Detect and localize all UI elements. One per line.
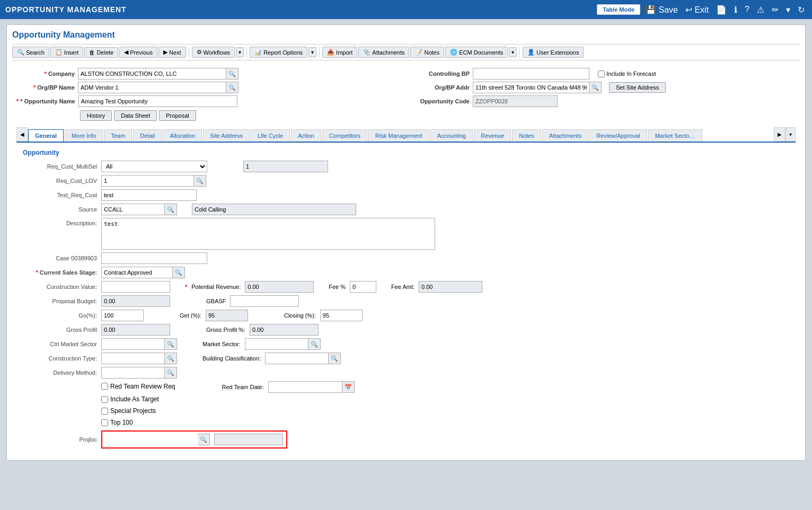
test-req-cust-input[interactable] bbox=[101, 189, 197, 201]
include-forecast-checkbox[interactable] bbox=[598, 71, 605, 77]
building-class-search-btn[interactable]: 🔍 bbox=[329, 353, 341, 364]
org-bp-name-group: 🔍 bbox=[78, 82, 239, 93]
delivery-method-search-btn[interactable]: 🔍 bbox=[165, 367, 177, 379]
tab-site-address[interactable]: Site Address bbox=[203, 129, 250, 142]
construction-type-input[interactable] bbox=[101, 353, 165, 364]
next-button[interactable]: ▶ Next bbox=[158, 47, 186, 58]
tab-revenue[interactable]: Revenue bbox=[474, 129, 511, 142]
notes-button[interactable]: 📝 Notes bbox=[410, 47, 444, 58]
ctrl-market-sector-input[interactable] bbox=[101, 338, 165, 350]
market-sector-row: Ctrl Market Sector 🔍 Market Sector: 🔍 bbox=[23, 338, 789, 350]
org-bp-addr-input[interactable] bbox=[473, 82, 589, 93]
attachments-button[interactable]: 📎 Attachments bbox=[358, 47, 409, 58]
refresh-icon[interactable]: ↻ bbox=[796, 4, 807, 16]
go-pct-input[interactable] bbox=[101, 310, 144, 321]
report-options-dropdown[interactable]: ▾ bbox=[308, 47, 316, 57]
projloc-search-btn[interactable]: 🔍 bbox=[198, 434, 210, 445]
company-input[interactable] bbox=[78, 68, 226, 80]
tab-accounting[interactable]: Accounting bbox=[430, 129, 473, 142]
history-button[interactable]: History bbox=[80, 110, 112, 121]
source-input[interactable] bbox=[101, 204, 165, 215]
help-icon[interactable]: ? bbox=[743, 4, 752, 15]
construction-type-search-btn[interactable]: 🔍 bbox=[165, 353, 177, 364]
report-options-button[interactable]: 📊 Report Options bbox=[250, 47, 307, 58]
red-team-review-checkbox[interactable] bbox=[101, 383, 108, 390]
insert-button[interactable]: 📋 Insert bbox=[50, 47, 84, 58]
red-team-review-label: Red Team Review Req bbox=[101, 383, 175, 390]
market-sector-search-btn[interactable]: 🔍 bbox=[308, 338, 321, 350]
red-team-date-input[interactable] bbox=[268, 381, 342, 393]
description-textarea[interactable]: test bbox=[101, 218, 435, 250]
set-site-address-button[interactable]: Set Site Address bbox=[609, 82, 666, 93]
dropdown-icon[interactable]: ▾ bbox=[784, 4, 792, 16]
previous-button[interactable]: ◀ Previous bbox=[119, 47, 157, 58]
data-sheet-button[interactable]: Data Sheet bbox=[114, 110, 157, 121]
special-projects-checkbox[interactable] bbox=[101, 408, 108, 415]
tabs-prev-btn[interactable]: ◀ bbox=[16, 127, 28, 142]
table-mode-button[interactable]: Table Mode bbox=[597, 4, 640, 15]
main-content: Opportunity Management 🔍 Search 📋 Insert… bbox=[0, 19, 812, 466]
market-sector-input[interactable] bbox=[245, 338, 308, 350]
top-100-checkbox[interactable] bbox=[101, 419, 108, 426]
sales-stage-search-btn[interactable]: 🔍 bbox=[173, 267, 185, 278]
tab-allocation[interactable]: Allocation bbox=[163, 129, 202, 142]
tab-detail[interactable]: Detail bbox=[133, 129, 162, 142]
opp-code-input bbox=[473, 95, 558, 107]
workflows-button[interactable]: ⚙ Workflows bbox=[192, 47, 235, 58]
org-bp-name-input[interactable] bbox=[78, 82, 226, 93]
gbasf-input[interactable] bbox=[230, 295, 299, 307]
print-icon[interactable]: 📄 bbox=[714, 4, 729, 16]
tab-team[interactable]: Team bbox=[104, 129, 132, 142]
tab-general[interactable]: General bbox=[28, 129, 64, 142]
company-search-btn[interactable]: 🔍 bbox=[226, 68, 239, 80]
tab-more-info[interactable]: More Info bbox=[65, 129, 103, 142]
delivery-method-input[interactable] bbox=[101, 367, 165, 379]
tab-notes[interactable]: Notes bbox=[512, 129, 541, 142]
alert-icon[interactable]: ⚠ bbox=[755, 4, 766, 16]
tab-market-sector[interactable]: Market Secto… bbox=[648, 129, 702, 142]
tabs-next-btn[interactable]: ▶ bbox=[774, 127, 785, 142]
tab-life-cycle[interactable]: Life Cycle bbox=[251, 129, 290, 142]
tab-action[interactable]: Action bbox=[291, 129, 321, 142]
fee-pct-input[interactable] bbox=[350, 281, 376, 293]
info-icon[interactable]: ℹ bbox=[732, 4, 739, 16]
search-button[interactable]: 🔍 Search bbox=[12, 47, 49, 58]
case-input[interactable] bbox=[101, 252, 207, 264]
ctrl-market-sector-search-btn[interactable]: 🔍 bbox=[165, 338, 177, 350]
exit-button[interactable]: ↩ Exit bbox=[683, 4, 711, 16]
opp-name-input[interactable] bbox=[78, 95, 237, 107]
source-row: Source 🔍 bbox=[23, 204, 789, 215]
org-bp-addr-search-btn[interactable]: 🔍 bbox=[589, 82, 602, 93]
tabs-dropdown-btn[interactable]: ▾ bbox=[785, 127, 796, 142]
org-bp-name-search-btn[interactable]: 🔍 bbox=[226, 82, 239, 93]
tab-risk-management[interactable]: Risk Management bbox=[368, 129, 429, 142]
potential-revenue-input[interactable] bbox=[245, 281, 314, 293]
building-class-input[interactable] bbox=[265, 353, 329, 364]
tab-attachments[interactable]: Attachments bbox=[542, 129, 588, 142]
closing-pct-label: Closing (%): bbox=[284, 312, 316, 319]
projloc-input[interactable] bbox=[105, 434, 196, 445]
req-cust-multisel-select[interactable]: All bbox=[101, 161, 207, 172]
construction-value-input[interactable] bbox=[101, 281, 170, 293]
req-cust-lov-search-btn[interactable]: 🔍 bbox=[194, 175, 206, 187]
tab-review-approval[interactable]: Review/Approval bbox=[589, 129, 647, 142]
source-search-btn[interactable]: 🔍 bbox=[165, 204, 177, 215]
req-cust-lov-group: 🔍 bbox=[101, 175, 206, 187]
sales-stage-input[interactable] bbox=[101, 267, 173, 278]
closing-pct-input[interactable] bbox=[320, 310, 363, 321]
workflows-dropdown[interactable]: ▾ bbox=[236, 47, 244, 57]
save-button[interactable]: 💾 Save bbox=[643, 4, 680, 16]
edit-icon[interactable]: ✏ bbox=[770, 4, 781, 16]
tab-competitors[interactable]: Competitors bbox=[322, 129, 367, 142]
user-extensions-button[interactable]: 👤 User Extensions bbox=[523, 47, 584, 58]
controlling-bp-input[interactable] bbox=[473, 68, 589, 80]
include-as-target-checkbox[interactable] bbox=[101, 396, 108, 403]
ecm-dropdown[interactable]: ▾ bbox=[509, 47, 517, 57]
import-button[interactable]: 📥 Import bbox=[322, 47, 357, 58]
red-team-date-calendar-btn[interactable]: 📅 bbox=[342, 381, 355, 393]
proposal-button[interactable]: Proposal bbox=[159, 110, 196, 121]
get-pct-label: Get (%): bbox=[180, 312, 201, 319]
req-cust-lov-input[interactable] bbox=[101, 175, 194, 187]
delete-button[interactable]: 🗑 Delete bbox=[84, 47, 118, 58]
ecm-documents-button[interactable]: 🌐 ECM Documents bbox=[445, 47, 508, 58]
